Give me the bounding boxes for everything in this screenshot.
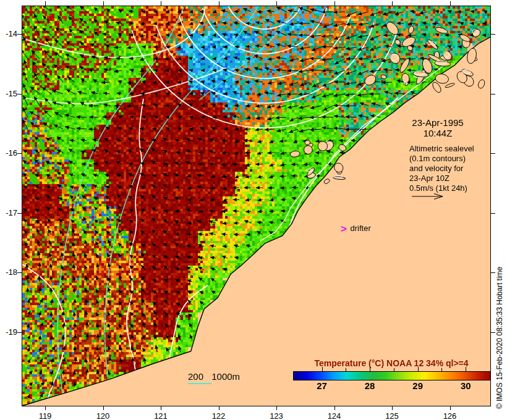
lat-tick-left [17,34,22,35]
lat-tick-label: -16 [0,148,17,158]
legend-line: and velocity for [409,164,474,174]
drifter-label: drifter [351,224,371,233]
drifter-arrow-icon: > [341,223,348,235]
lon-tick-bottom [450,406,451,410]
colorbar-tick-label: 29 [409,380,427,391]
lon-tick-label: 126 [438,411,462,420]
lat-tick-right [491,213,495,214]
temperature-colorbar: Temperature (°C) NOAA 12 34% ql>=4 27282… [293,358,490,368]
map-canvas [22,6,490,406]
colorbar-tick-label: 27 [313,380,331,391]
copyright-text: © IMOS 15-Feb-2020 08:35:33 Hobart time [495,233,505,409]
colorbar-tick-label: 30 [456,380,475,391]
lon-tick-top [450,1,451,6]
lon-tick-top [392,1,393,6]
lat-tick-right [491,34,495,35]
depth-scale-legend: 200 1000m [188,371,245,382]
colorbar-minor-tick [394,368,394,371]
lat-tick-right [491,153,495,154]
lat-tick-left [17,332,22,333]
lon-tick-top [219,1,219,6]
colorbar-major-tick [466,367,466,371]
lat-tick-label: -15 [0,89,17,98]
lon-tick-label: 119 [33,411,58,420]
colorbar-minor-tick [441,368,442,371]
colorbar-major-tick [322,367,323,371]
colorbar-major-tick [418,367,419,371]
lat-tick-label: -17 [0,208,17,217]
lon-tick-bottom [45,406,46,410]
time-text: 10:44Z [406,128,470,138]
lat-tick-right [491,94,495,94]
lat-tick-left [17,272,22,273]
lat-tick-label: -18 [0,267,17,277]
legend-line: Altimetric sealevel [409,144,474,154]
legend-line: (0.1m contours) [409,154,474,164]
lat-tick-label: -19 [0,327,17,337]
colorbar-minor-tick [346,368,346,371]
lon-tick-bottom [392,406,393,410]
lat-tick-label: -14 [0,29,17,38]
lat-tick-left [17,213,22,214]
datetime-annotation: 23-Apr-1995 10:44Z [406,117,470,138]
lat-tick-right [491,332,495,333]
lon-tick-bottom [161,406,161,410]
lon-tick-top [276,1,277,6]
colorbar-title: Temperature (°C) NOAA 12 34% ql>=4 [293,358,490,368]
map-frame [22,6,491,406]
lat-tick-left [17,94,22,94]
colorbar-gradient [293,371,491,380]
date-text: 23-Apr-1995 [406,117,470,128]
depth-1000-label: 1000m [211,371,240,382]
sst-map-figure: 119120121122123124125126 -14-15-16-17-18… [0,0,507,420]
lon-tick-bottom [334,406,335,410]
lon-tick-top [161,1,161,6]
lon-tick-label: 125 [380,411,404,420]
lon-tick-top [334,1,335,6]
lat-tick-left [17,153,22,154]
colorbar-tick-label: 28 [360,380,379,391]
lat-tick-right [491,272,495,273]
lon-tick-bottom [219,406,219,410]
lon-tick-label: 120 [91,411,116,420]
lon-tick-label: 122 [207,411,231,420]
velocity-scale-arrow-icon [411,191,446,200]
lon-tick-bottom [103,406,104,410]
legend-line: 23-Apr 10Z [409,174,474,183]
lon-tick-top [103,1,104,6]
depth-200-label: 200 [188,371,203,382]
colorbar-major-tick [370,367,370,371]
altimetric-legend: Altimetric sealevel (0.1m contours) and … [409,144,474,193]
bathymetry-line-sample [188,383,211,384]
lon-tick-label: 124 [322,411,347,420]
lon-tick-label: 121 [148,411,173,420]
lon-tick-top [45,1,46,6]
lon-tick-label: 123 [264,411,289,420]
lon-tick-bottom [276,406,277,410]
drifter-marker: > drifter [341,223,371,235]
